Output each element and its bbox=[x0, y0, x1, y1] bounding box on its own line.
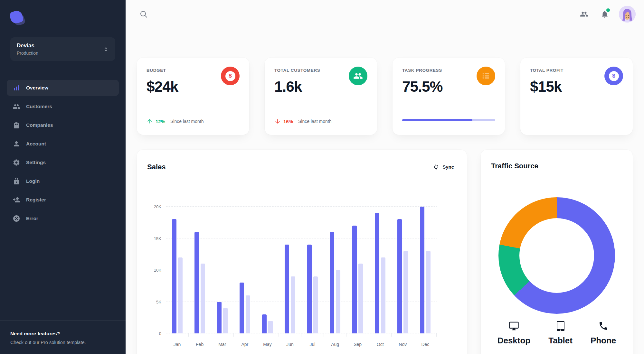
lock-icon bbox=[13, 177, 20, 185]
devias-logo[interactable] bbox=[10, 10, 26, 26]
trend-caption: Since last month bbox=[298, 119, 332, 124]
bar-last-year bbox=[403, 251, 408, 333]
bar-this-year bbox=[172, 219, 176, 333]
profit-icon-badge: $ bbox=[604, 67, 623, 85]
sidebar-item-register[interactable]: Register bbox=[7, 192, 119, 208]
trend-down-icon bbox=[274, 118, 281, 125]
bar-last-year bbox=[246, 295, 250, 333]
sidebar-item-companies[interactable]: Companies bbox=[7, 117, 119, 133]
task-progress-fill bbox=[402, 119, 472, 121]
workspace-environment: Production bbox=[17, 51, 38, 56]
sidebar-item-label: Account bbox=[26, 141, 46, 147]
legend-item-phone: Phone bbox=[591, 321, 616, 346]
axis-tick bbox=[234, 333, 256, 337]
search-button[interactable] bbox=[137, 8, 150, 21]
y-tick-label: 5K bbox=[147, 299, 161, 304]
axis-tick bbox=[369, 333, 392, 337]
workspace-name: Devias bbox=[17, 42, 38, 49]
bar-this-year bbox=[240, 283, 244, 333]
sidebar-item-label: Error bbox=[26, 216, 38, 221]
x-axis-labels: JanFebMarAprMayJunJulAugSepOctNovDec bbox=[166, 342, 437, 347]
sidebar-item-account[interactable]: Account bbox=[7, 136, 119, 152]
memoji-avatar-image bbox=[619, 6, 636, 23]
legend-label: Phone bbox=[591, 336, 616, 346]
bar-group-aug bbox=[324, 207, 346, 333]
chevron-up-down-icon bbox=[103, 46, 109, 52]
sidebar: Devias Production OverviewCustomersCompa… bbox=[0, 0, 126, 354]
task-progress-card: TASK PROGRESS 75.5% bbox=[393, 58, 505, 135]
bar-this-year bbox=[420, 207, 424, 333]
sidebar-footer-title: Need more features? bbox=[10, 331, 115, 337]
legend-label: Desktop bbox=[497, 336, 531, 346]
bar-this-year bbox=[217, 302, 222, 334]
user-avatar[interactable] bbox=[619, 6, 636, 23]
axis-tick bbox=[346, 333, 369, 337]
customers-icon-badge bbox=[349, 67, 367, 85]
budget-card: BUDGET $24k $ 12% Since last month bbox=[137, 58, 249, 135]
bar-last-year bbox=[178, 257, 183, 333]
dollar-icon: $ bbox=[225, 71, 235, 81]
y-tick-label: 15K bbox=[147, 236, 161, 241]
bar-last-year bbox=[358, 264, 363, 333]
sidebar-item-label: Overview bbox=[26, 85, 48, 91]
sidebar-item-customers[interactable]: Customers bbox=[7, 98, 119, 115]
trend-caption: Since last month bbox=[170, 119, 204, 124]
search-icon bbox=[139, 10, 148, 18]
bar-this-year bbox=[194, 232, 199, 333]
sync-button[interactable]: Sync bbox=[431, 162, 457, 172]
contacts-button[interactable] bbox=[578, 8, 591, 21]
sync-label: Sync bbox=[442, 164, 454, 170]
axis-tick bbox=[324, 333, 346, 337]
dashboard-app: Devias Production OverviewCustomersCompa… bbox=[0, 0, 644, 354]
bar-last-year bbox=[313, 276, 318, 333]
bar-last-year bbox=[381, 257, 385, 333]
bar-this-year bbox=[285, 245, 289, 333]
x-tick-label: Sep bbox=[346, 342, 369, 347]
workspace-selector[interactable]: Devias Production bbox=[10, 37, 115, 61]
gear-icon bbox=[13, 159, 20, 166]
x-tick-label: Dec bbox=[414, 342, 437, 347]
y-tick-label: 10K bbox=[147, 268, 161, 273]
axis-tick bbox=[256, 333, 279, 337]
bar-last-year bbox=[223, 308, 228, 333]
axis-tick bbox=[279, 333, 301, 337]
traffic-legend: DesktopTabletPhone bbox=[491, 321, 622, 346]
x-tick-label: Oct bbox=[369, 342, 392, 347]
axis-tick bbox=[166, 333, 189, 337]
task-icon-badge bbox=[477, 67, 495, 85]
legend-item-tablet: Tablet bbox=[548, 321, 573, 346]
x-tick-label: Jan bbox=[166, 342, 188, 347]
sidebar-item-login[interactable]: Login bbox=[7, 173, 119, 189]
bar-last-year bbox=[336, 270, 340, 333]
axis-tick bbox=[414, 333, 437, 337]
sales-bar-chart: 05K10K15K20K JanFebMarAprMayJunJulAugSep… bbox=[147, 207, 457, 347]
bar-group-sep bbox=[346, 207, 369, 333]
bars-area bbox=[166, 207, 437, 333]
users-icon bbox=[580, 10, 588, 18]
trend-value: 12% bbox=[156, 119, 165, 124]
x-tick-label: Jul bbox=[301, 342, 324, 347]
x-tick-label: Nov bbox=[392, 342, 414, 347]
monitor-icon bbox=[509, 321, 519, 332]
bar-group-oct bbox=[369, 207, 392, 333]
list-icon bbox=[481, 71, 491, 81]
stats-row: BUDGET $24k $ 12% Since last month TOTAL… bbox=[137, 58, 633, 135]
total-profit-card: TOTAL PROFIT $15k $ bbox=[520, 58, 633, 135]
x-tick-label: Mar bbox=[211, 342, 233, 347]
shopping-bag-icon bbox=[13, 121, 20, 129]
dollar-icon: $ bbox=[609, 71, 619, 81]
sidebar-item-overview[interactable]: Overview bbox=[7, 80, 119, 96]
sidebar-footer-subtitle[interactable]: Check out our Pro solution template. bbox=[10, 340, 115, 345]
trend-up-icon bbox=[147, 118, 153, 125]
bar-this-year bbox=[262, 314, 267, 333]
traffic-donut-chart bbox=[498, 197, 615, 314]
sidebar-item-error[interactable]: Error bbox=[7, 210, 119, 227]
bar-last-year bbox=[426, 251, 431, 333]
traffic-source-card: Traffic Source DesktopTabletPhone bbox=[481, 150, 633, 354]
sales-title: Sales bbox=[147, 163, 166, 171]
charts-row: Sales Sync 05K10K15K20K JanFebMarAprMayJ… bbox=[137, 150, 633, 354]
x-tick-label: May bbox=[256, 342, 279, 347]
tablet-icon bbox=[555, 321, 566, 332]
sidebar-item-settings[interactable]: Settings bbox=[7, 154, 119, 171]
sidebar-item-label: Settings bbox=[26, 160, 46, 165]
